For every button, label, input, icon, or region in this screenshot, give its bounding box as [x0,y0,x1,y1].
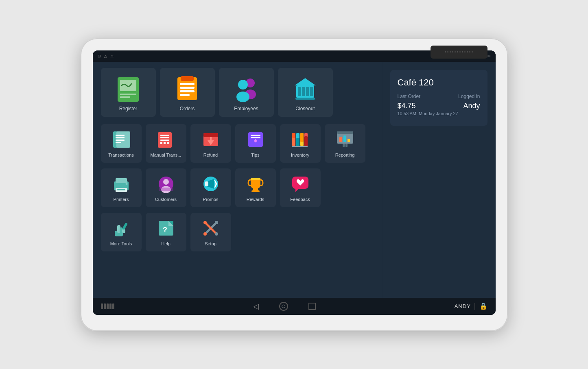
svg-rect-25 [116,140,125,141]
app-printers[interactable]: Printers [101,168,142,207]
tablet-device: ⊡ △ ⚠ ✳ ◈ ▭ 10:53 AM [81,38,508,331]
app-help[interactable]: ? Help [146,213,186,251]
help-label: Help [161,241,170,246]
orders-icon [173,74,201,102]
main-content: Register [93,62,496,298]
last-order-block: $4.75 10:53 AM, Monday January 27 [398,102,458,116]
svg-rect-33 [167,142,169,144]
svg-rect-9 [180,94,190,96]
svg-rect-6 [180,83,195,85]
help-icon-wrapper: ? [155,218,177,239]
app-grid: Register [93,62,382,298]
info-row-values: $4.75 10:53 AM, Monday January 27 Andy [398,102,480,116]
more-tools-icon [111,218,131,238]
setup-label: Setup [205,241,216,246]
manual-trans-icon-wrapper [155,129,177,150]
more-tools-label: More Tools [110,241,132,246]
register-label: Register [119,106,138,111]
svg-rect-50 [292,146,308,147]
reporting-label: Reporting [335,153,355,157]
employees-label: Employees [234,106,258,111]
app-transactions[interactable]: Transactions [101,124,142,163]
rewards-label: Rewards [247,197,264,202]
svg-rect-53 [339,137,342,142]
home-button[interactable]: ○ [279,302,288,311]
tips-label: Tips [251,153,259,157]
nav-divider: | [474,302,476,310]
feedback-label: Feedback [290,197,310,202]
svg-rect-5 [181,76,194,81]
svg-rect-56 [343,144,345,147]
status-left-icons: ⊡ △ ⚠ [98,54,114,58]
back-button[interactable]: ◁ [253,302,259,311]
svg-rect-26 [116,142,121,143]
customers-icon [156,174,176,194]
app-more-tools[interactable]: More Tools [101,213,142,251]
customers-label: Customers [155,197,177,202]
svg-rect-28 [160,135,169,136]
svg-rect-15 [298,87,301,96]
svg-point-12 [238,80,248,90]
svg-rect-39 [251,137,260,138]
app-manual-trans[interactable]: Manual Trans... [146,124,186,163]
svg-rect-8 [180,90,195,92]
app-customers[interactable]: Customers [146,168,186,207]
refund-icon [201,130,221,149]
app-reporting[interactable]: Reporting [325,124,365,163]
svg-rect-47 [300,133,304,142]
svg-rect-69 [205,181,208,186]
app-tips[interactable]: Tips [235,124,276,163]
svg-rect-72 [251,178,260,180]
nav-bar-icon-1 [101,303,103,309]
app-rewards[interactable]: Rewards [235,168,276,207]
refund-label: Refund [203,153,218,157]
reporting-icon-wrapper [334,129,356,150]
manual-trans-icon [156,130,176,149]
nav-bar-icon-5 [112,303,114,309]
nav-bar-left [101,303,114,309]
app-refund[interactable]: Refund [190,124,231,163]
svg-rect-30 [160,140,169,141]
app-register[interactable]: Register [101,68,156,117]
svg-rect-31 [160,142,162,144]
svg-marker-74 [295,189,299,192]
tablet-screen: ⊡ △ ⚠ ✳ ◈ ▭ 10:53 AM [93,50,496,315]
app-orders[interactable]: Orders [160,68,215,117]
app-promos[interactable]: Promos [190,168,231,207]
employees-icon-wrapper [232,73,261,103]
last-order-value: $4.75 [398,102,458,110]
svg-rect-20 [295,98,315,100]
tips-icon [246,130,265,149]
svg-rect-18 [310,87,313,96]
lock-icon[interactable]: 🔒 [479,302,487,310]
tablet-speaker [431,46,487,59]
svg-marker-19 [295,78,316,85]
more-tools-icon-wrapper [111,218,132,239]
svg-rect-35 [203,133,218,137]
orders-label: Orders [180,106,195,111]
feedback-icon [291,174,310,194]
closeout-icon-wrapper [291,73,320,103]
app-feedback[interactable]: Feedback [280,168,321,207]
svg-rect-24 [116,137,125,138]
printers-icon [111,174,131,194]
rewards-icon-wrapper [245,173,266,194]
app-setup[interactable]: Setup [190,213,231,251]
last-order-label: Last Order [398,94,421,99]
transactions-icon-wrapper [111,129,132,150]
nav-bar-icon-4 [109,303,111,309]
svg-point-62 [125,183,127,185]
app-closeout[interactable]: Closeout [278,68,333,117]
small-app-row-2: Printers Cust [101,168,374,207]
svg-point-89 [203,232,207,236]
svg-text:?: ? [163,226,167,234]
logged-in-block: Andy [463,102,480,116]
app-inventory[interactable]: Inventory [280,124,321,163]
app-employees[interactable]: Employees [219,68,274,117]
promos-label: Promos [203,197,219,202]
promos-icon-wrapper [200,173,221,194]
svg-point-64 [163,179,169,185]
recents-button[interactable] [308,303,316,310]
nav-bar: ◁ ○ ANDY | 🔒 [93,298,496,315]
nav-bar-icon-3 [107,303,109,309]
